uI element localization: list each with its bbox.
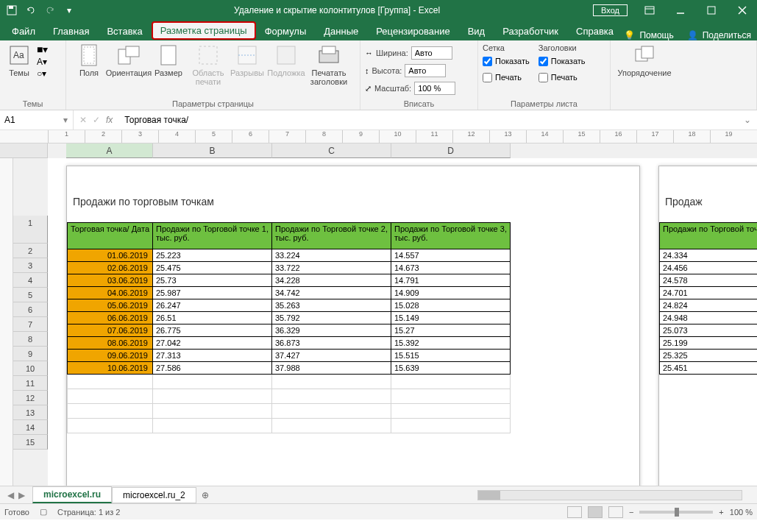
tab-help[interactable]: Справка	[567, 22, 622, 40]
col-header-d[interactable]: D	[391, 143, 511, 158]
row-header[interactable]: 5	[13, 288, 48, 302]
sheet-tab-2[interactable]: microexcel.ru_2	[112, 487, 196, 503]
zoom-out-icon[interactable]: −	[629, 508, 633, 517]
macro-record-icon[interactable]: ▢	[40, 507, 47, 517]
qat-dropdown-icon[interactable]: ▾	[60, 1, 78, 19]
breaks-button[interactable]: Разрывы	[230, 42, 265, 93]
table-row[interactable]: 03.06.201925.7334.22814.791	[68, 274, 511, 287]
tell-me-icon[interactable]: 💡	[624, 30, 635, 40]
maximize-button[interactable]	[697, 0, 726, 21]
fx-icon[interactable]: fx	[106, 115, 113, 125]
table-row[interactable]: 05.06.201926.24735.26315.028	[68, 299, 511, 312]
share-icon[interactable]: 👤	[687, 30, 698, 40]
select-all-corner[interactable]	[0, 143, 48, 158]
zoom-slider[interactable]	[639, 511, 713, 514]
themes-button[interactable]: Aa Темы	[4, 42, 34, 93]
row-header[interactable]: 15	[13, 435, 48, 450]
table-header[interactable]: Продажи по Торговой точке 2, тыс. руб.	[272, 223, 391, 249]
share-label[interactable]: Поделиться	[703, 30, 751, 40]
sheet-tab-1[interactable]: microexcel.ru	[32, 486, 112, 503]
add-sheet-button[interactable]: ⊕	[196, 490, 214, 500]
tab-page-layout[interactable]: Разметка страницы	[152, 21, 256, 40]
table-header[interactable]: Продажи по Торговой точке 1, тыс. руб.	[153, 223, 272, 249]
gridlines-show-checkbox[interactable]	[483, 57, 492, 66]
login-button[interactable]: Вход	[593, 4, 628, 16]
print-titles-button[interactable]: Печатать заголовки	[308, 42, 350, 93]
effects-icon[interactable]: ○▾	[37, 68, 48, 79]
fonts-icon[interactable]: A▾	[37, 57, 48, 67]
width-input[interactable]	[411, 46, 452, 60]
view-pagebreak-icon[interactable]	[608, 506, 623, 518]
minimize-button[interactable]	[666, 0, 695, 21]
orientation-button[interactable]: Ориентация	[110, 42, 147, 93]
row-header[interactable]: 13	[13, 405, 48, 420]
table-row[interactable]: 06.06.201926.5135.79215.149	[68, 312, 511, 324]
table-row[interactable]	[68, 389, 511, 404]
table-row[interactable]: 25.325	[660, 350, 758, 362]
formula-input[interactable]: Торговая точка/	[118, 115, 738, 125]
horizontal-scrollbar[interactable]	[477, 490, 742, 500]
table-row[interactable]: 25.073	[660, 324, 758, 337]
tab-view[interactable]: Вид	[459, 22, 494, 40]
enter-formula-icon[interactable]: ✓	[93, 115, 100, 125]
close-button[interactable]	[728, 0, 757, 21]
data-table[interactable]: Торговая точка/ ДатаПродажи по Торговой …	[67, 222, 511, 433]
height-input[interactable]	[405, 64, 446, 77]
col-header-c[interactable]: C	[272, 143, 391, 158]
table-row[interactable]: 24.948	[660, 312, 758, 324]
vertical-ruler[interactable]	[0, 158, 13, 486]
table-row[interactable]: 24.824	[660, 299, 758, 312]
table-row[interactable]: 24.578	[660, 274, 758, 287]
col-header-b[interactable]: B	[153, 143, 272, 158]
row-header[interactable]: 2	[13, 244, 48, 258]
worksheet-area[interactable]: 123456789101112131415 Продажи по торговы…	[0, 158, 757, 486]
table-row[interactable]: 04.06.201925.98734.74214.909	[68, 287, 511, 299]
row-header[interactable]: 10	[13, 361, 48, 376]
row-header[interactable]: 12	[13, 391, 48, 405]
table-row[interactable]: 01.06.201925.22333.22414.557	[68, 249, 511, 262]
undo-icon[interactable]	[22, 1, 40, 19]
table-row[interactable]: 24.456	[660, 262, 758, 274]
data-table-2[interactable]: Продажи по Торговой точке 4 24.33424.456…	[659, 222, 757, 375]
view-layout-icon[interactable]	[588, 506, 603, 518]
headings-show-checkbox[interactable]	[539, 57, 548, 66]
expand-formula-icon[interactable]: ⌄	[738, 115, 757, 125]
help-label[interactable]: Помощь	[639, 30, 673, 40]
table-header[interactable]: Продажи по Торговой точке 3, тыс. руб.	[391, 223, 511, 249]
scale-input[interactable]	[414, 82, 455, 95]
size-button[interactable]: Размер	[150, 42, 187, 93]
headings-print-checkbox[interactable]	[539, 73, 548, 82]
tab-formulas[interactable]: Формулы	[256, 22, 316, 40]
ribbon-options-icon[interactable]	[635, 0, 664, 21]
tab-home[interactable]: Главная	[44, 22, 98, 40]
table-row[interactable]: 10.06.201927.58637.98815.639	[68, 362, 511, 375]
zoom-in-icon[interactable]: +	[719, 508, 723, 517]
redo-icon[interactable]	[41, 1, 59, 19]
zoom-level[interactable]: 100 %	[730, 508, 753, 517]
table-row[interactable]: 02.06.201925.47533.72214.673	[68, 262, 511, 274]
table-row[interactable]: 09.06.201927.31337.42715.515	[68, 350, 511, 362]
table-row[interactable]: 25.451	[660, 362, 758, 375]
row-header[interactable]: 11	[13, 376, 48, 391]
row-header[interactable]: 9	[13, 347, 48, 361]
table-row[interactable]	[68, 419, 511, 433]
sheet-nav-prev-icon[interactable]: ◀	[7, 490, 14, 500]
table-row[interactable]: 07.06.201926.77536.32915.27	[68, 324, 511, 337]
save-icon[interactable]	[3, 1, 21, 19]
name-box[interactable]	[4, 115, 63, 125]
colors-icon[interactable]: ■▾	[37, 43, 48, 55]
margins-button[interactable]: Поля	[71, 42, 107, 93]
horizontal-ruler[interactable]: 12345678910111213141516171819	[0, 130, 757, 143]
background-button[interactable]: Подложка	[268, 42, 305, 93]
table-row[interactable]	[68, 375, 511, 389]
print-area-button[interactable]: Область печати	[190, 42, 227, 93]
row-header[interactable]: 14	[13, 420, 48, 435]
gridlines-print-checkbox[interactable]	[483, 73, 492, 82]
table-row[interactable]: 25.199	[660, 337, 758, 350]
tab-file[interactable]: Файл	[3, 22, 44, 40]
row-header[interactable]: 6	[13, 302, 48, 317]
arrange-button[interactable]: Упорядочение	[615, 42, 674, 93]
table-row[interactable]: 08.06.201927.04236.87315.392	[68, 337, 511, 350]
cancel-formula-icon[interactable]: ✕	[79, 115, 87, 125]
tab-insert[interactable]: Вставка	[98, 22, 151, 40]
